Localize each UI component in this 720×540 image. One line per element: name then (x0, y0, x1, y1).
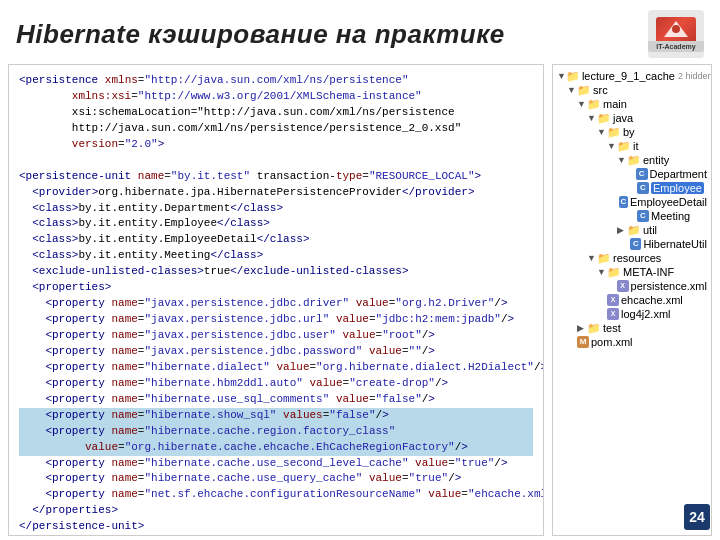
code-line-1: <persistence xmlns="http://java.sun.com/… (19, 73, 533, 89)
page-number: 24 (684, 504, 710, 530)
code-line-5: version="2.0"> (19, 137, 533, 153)
code-line-20: <property name="hibernate.hbm2ddl.auto" … (19, 376, 533, 392)
code-line-22: <property name="hibernate.show_sql" valu… (19, 408, 533, 424)
class-badge: C (619, 196, 628, 208)
tree-item-5[interactable]: ▼📁by (555, 125, 709, 139)
code-line-29: </persistence-unit> (19, 519, 533, 535)
tree-arrow: ▶ (617, 225, 627, 235)
code-line-2: xmlns:xsi="http://www.w3.org/2001/XMLSch… (19, 89, 533, 105)
tree-arrow: ▼ (597, 267, 607, 277)
code-line-6 (19, 153, 533, 169)
svg-point-1 (672, 25, 680, 33)
tree-label: resources (613, 252, 661, 264)
tree-panel: ▼📁lecture_9_1_cache2 hidden▼📁src▼📁main▼📁… (552, 64, 712, 536)
tree-item-16[interactable]: Xpersistence.xml (555, 279, 709, 293)
class-badge: C (637, 182, 649, 194)
code-line-11: <class>by.it.entity.EmployeeDetail</clas… (19, 232, 533, 248)
code-line-14: <properties> (19, 280, 533, 296)
code-line-26: <property name="hibernate.cache.use_quer… (19, 471, 533, 487)
tree-arrow: ▼ (617, 155, 627, 165)
code-line-3: xsi:schemaLocation="http://java.sun.com/… (19, 105, 533, 121)
folder-icon: 📁 (627, 224, 641, 236)
tree-label: it (633, 140, 639, 152)
tree-label: lecture_9_1_cache (582, 70, 675, 82)
xml-badge: X (617, 280, 629, 292)
folder-icon: 📁 (607, 126, 621, 138)
tree-item-20[interactable]: Mpom.xml (555, 335, 709, 349)
code-line-15: <property name="javax.persistence.jdbc.d… (19, 296, 533, 312)
tree-arrow: ▼ (577, 99, 587, 109)
header: Hibernate кэширование на практике IT-Aca… (0, 0, 720, 64)
tree-item-17[interactable]: Xehcache.xml (555, 293, 709, 307)
tree-label: util (643, 224, 657, 236)
main-content: <persistence xmlns="http://java.sun.com/… (0, 64, 720, 540)
tree-item-11[interactable]: CMeeting (555, 209, 709, 223)
tree-item-8[interactable]: CDepartment (555, 167, 709, 181)
folder-icon: 📁 (597, 112, 611, 124)
tree-label: ehcache.xml (621, 294, 683, 306)
tree-label: main (603, 98, 627, 110)
folder-icon: 📁 (607, 266, 621, 278)
code-line-23: <property name="hibernate.cache.region.f… (19, 424, 533, 440)
code-line-9: <class>by.it.entity.Department</class> (19, 201, 533, 217)
tree-item-4[interactable]: ▼📁java (555, 111, 709, 125)
code-line-28: </properties> (19, 503, 533, 519)
tree-item-1[interactable]: ▼📁lecture_9_1_cache2 hidden (555, 69, 709, 83)
tree-arrow: ▼ (587, 253, 597, 263)
code-line-18: <property name="javax.persistence.jdbc.p… (19, 344, 533, 360)
pom-badge: M (577, 336, 589, 348)
tree-item-18[interactable]: Xlog4j2.xml (555, 307, 709, 321)
tree-arrow: ▼ (567, 85, 577, 95)
folder-icon: 📁 (627, 154, 641, 166)
folder-icon: 📁 (577, 84, 591, 96)
class-badge: C (630, 238, 641, 250)
code-panel: <persistence xmlns="http://java.sun.com/… (8, 64, 544, 536)
tree-label: entity (643, 154, 669, 166)
tree-item-3[interactable]: ▼📁main (555, 97, 709, 111)
code-line-8: <provider>org.hibernate.jpa.HibernatePer… (19, 185, 533, 201)
tree-item-9[interactable]: CEmployee (555, 181, 709, 195)
folder-icon: 📁 (566, 70, 580, 82)
code-line-24: value="org.hibernate.cache.ehcache.EhCac… (19, 440, 533, 456)
folder-icon: 📁 (587, 98, 601, 110)
tree-label: log4j2.xml (621, 308, 671, 320)
tree-label: Employee (651, 182, 704, 194)
tree-item-10[interactable]: CEmployeeDetail (555, 195, 709, 209)
tree-item-12[interactable]: ▶📁util (555, 223, 709, 237)
tree-label: Meeting (651, 210, 690, 222)
tree-item-2[interactable]: ▼📁src (555, 83, 709, 97)
tree-arrow: ▶ (577, 323, 587, 333)
tree-label: META-INF (623, 266, 674, 278)
tree-badge: 2 hidden (678, 71, 712, 81)
code-line-16: <property name="javax.persistence.jdbc.u… (19, 312, 533, 328)
folder-icon: 📁 (617, 140, 631, 152)
tree-item-7[interactable]: ▼📁entity (555, 153, 709, 167)
tree-label: by (623, 126, 635, 138)
folder-icon: 📁 (587, 322, 601, 334)
logo: IT-Academy (648, 10, 704, 58)
tree-item-14[interactable]: ▼📁resources (555, 251, 709, 265)
tree-item-15[interactable]: ▼📁META-INF (555, 265, 709, 279)
code-line-21: <property name="hibernate.use_sql_commen… (19, 392, 533, 408)
folder-icon: 📁 (597, 252, 611, 264)
code-line-25: <property name="hibernate.cache.use_seco… (19, 456, 533, 472)
tree-label: src (593, 84, 608, 96)
code-line-17: <property name="javax.persistence.jdbc.u… (19, 328, 533, 344)
tree-item-19[interactable]: ▶📁test (555, 321, 709, 335)
tree-arrow: ▼ (597, 127, 607, 137)
xml-badge: X (607, 308, 619, 320)
code-line-4: http://java.sun.com/xml/ns/persistence/p… (19, 121, 533, 137)
tree-label: HibernateUtil (643, 238, 707, 250)
tree-label: test (603, 322, 621, 334)
tree-label: EmployeeDetail (630, 196, 707, 208)
tree-item-13[interactable]: CHibernateUtil (555, 237, 709, 251)
logo-text: IT-Academy (648, 41, 704, 52)
tree-arrow: ▼ (587, 113, 597, 123)
tree-label: Department (650, 168, 707, 180)
code-line-19: <property name="hibernate.dialect" value… (19, 360, 533, 376)
logo-graphic (656, 17, 696, 41)
tree-item-6[interactable]: ▼📁it (555, 139, 709, 153)
tree-label: pom.xml (591, 336, 633, 348)
code-line-13: <exclude-unlisted-classes>true</exclude-… (19, 264, 533, 280)
tree-label: persistence.xml (631, 280, 707, 292)
